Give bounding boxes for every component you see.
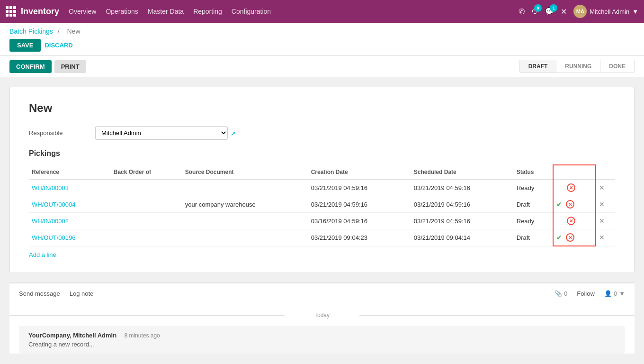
form-title: New [29, 101, 615, 115]
save-discard-bar: SAVE DISCARD [9, 39, 635, 55]
phone-icon[interactable]: ✆ [519, 7, 525, 16]
table-row: WH/IN/0000303/21/2019 04:59:1603/21/2019… [29, 180, 615, 196]
status-pill-running[interactable]: RUNNING [556, 60, 600, 73]
person-icon: 👤 [604, 290, 612, 297]
remove-circle-icon[interactable]: ✕ [567, 217, 575, 225]
status-pill-done[interactable]: DONE [600, 60, 635, 73]
col-status: Status [514, 165, 554, 180]
chat-icon[interactable]: 💬 1 [545, 7, 554, 16]
reference-link[interactable]: WH/IN/00003 [32, 184, 69, 191]
col-actions [553, 165, 595, 180]
creationdate-cell: 03/21/2019 04:59:16 [308, 196, 411, 213]
table-row: WH/OUT/0019603/21/2019 09:04:2303/21/201… [29, 229, 615, 246]
chatter-bar: Send message Log note 📎 0 Follow 👤 0 ▼ [9, 283, 635, 304]
remove-circle-icon[interactable]: ✕ [566, 233, 574, 242]
action-cell: ✕ [553, 213, 595, 229]
delete-icon[interactable]: ✕ [599, 217, 605, 225]
remove-circle-icon[interactable]: ✕ [567, 183, 575, 192]
activity-icon[interactable]: ⏱ 9 [531, 7, 538, 16]
form-card: New Responsible Mitchell Admin ➚ Picking… [9, 87, 635, 273]
responsible-field: Responsible Mitchell Admin ➚ [29, 126, 615, 140]
follow-button[interactable]: Follow [577, 290, 595, 297]
status-pill-draft[interactable]: DRAFT [519, 60, 556, 73]
creationdate-cell: 03/21/2019 04:59:16 [308, 180, 411, 196]
today-divider: Today [9, 312, 635, 318]
delete-icon[interactable]: ✕ [599, 200, 605, 208]
paperclip-icon: 📎 [555, 290, 562, 297]
col-scheduleddate: Scheduled Date [411, 165, 514, 180]
chatter-right: 📎 0 Follow 👤 0 ▼ [555, 290, 625, 297]
top-menu: Overview Operations Master Data Reportin… [69, 8, 509, 15]
save-button[interactable]: SAVE [9, 39, 41, 52]
breadcrumb: Batch Pickings / New [9, 27, 635, 35]
menu-operations[interactable]: Operations [106, 8, 138, 15]
scheduleddate-cell: 03/21/2019 04:59:16 [411, 213, 514, 229]
sourcedoc-cell: your company warehouse [182, 196, 308, 213]
action-cell: ✔✕ [553, 196, 595, 213]
reference-link[interactable]: WH/OUT/00004 [32, 201, 75, 208]
log-note-btn[interactable]: Log note [70, 290, 94, 297]
pickings-body: WH/IN/0000303/21/2019 04:59:1603/21/2019… [29, 180, 615, 246]
print-button[interactable]: PRINT [54, 60, 86, 73]
message-time: · 8 minutes ago [121, 332, 160, 339]
check-icon: ✔ [556, 234, 562, 241]
message-body: Creating a new record... [28, 341, 616, 348]
status-cell: Draft [514, 229, 554, 246]
close-icon[interactable]: ✕ [561, 7, 567, 16]
responsible-wrapper: Mitchell Admin ➚ [95, 126, 236, 140]
attachments-count: 📎 0 [555, 290, 567, 297]
menu-master-data[interactable]: Master Data [148, 8, 184, 15]
delete-cell: ✕ [596, 180, 615, 196]
col-creationdate: Creation Date [308, 165, 411, 180]
action-cell: ✕ [553, 180, 595, 196]
delete-icon[interactable]: ✕ [599, 234, 605, 241]
creationdate-cell: 03/21/2019 09:04:23 [308, 229, 411, 246]
external-link-icon[interactable]: ➚ [231, 129, 236, 137]
discard-button[interactable]: DISCARD [45, 42, 72, 49]
sourcedoc-cell [182, 213, 308, 229]
user-menu[interactable]: MA Mitchell Admin ▼ [573, 5, 638, 18]
delete-icon[interactable]: ✕ [599, 184, 605, 191]
pickings-table: Reference Back Order of Source Document … [29, 164, 615, 246]
followers-count: 👤 0 ▼ [604, 290, 625, 297]
delete-cell: ✕ [596, 213, 615, 229]
creationdate-cell: 03/16/2019 04:59:16 [308, 213, 411, 229]
action-cell: ✔✕ [553, 229, 595, 246]
divider [19, 304, 625, 304]
menu-overview[interactable]: Overview [69, 8, 96, 15]
backorder-cell [111, 196, 182, 213]
breadcrumb-parent[interactable]: Batch Pickings [9, 27, 53, 35]
main-content: New Responsible Mitchell Admin ➚ Picking… [0, 77, 644, 364]
responsible-select[interactable]: Mitchell Admin [95, 126, 228, 140]
col-sourcedoc: Source Document [182, 165, 308, 180]
col-delete [596, 165, 615, 180]
check-icon: ✔ [556, 200, 562, 208]
app-logo[interactable]: Inventory [6, 6, 59, 17]
table-header: Reference Back Order of Source Document … [29, 165, 615, 180]
message-author: YourCompany, Mitchell Admin [28, 332, 116, 339]
sourcedoc-cell [182, 229, 308, 246]
reference-link[interactable]: WH/OUT/00196 [32, 234, 75, 241]
menu-configuration[interactable]: Configuration [232, 8, 271, 15]
remove-circle-icon[interactable]: ✕ [566, 200, 574, 209]
topnav-right: ✆ ⏱ 9 💬 1 ✕ MA Mitchell Admin ▼ [519, 5, 638, 18]
message-item: YourCompany, Mitchell Admin · 8 minutes … [19, 326, 625, 354]
top-navigation: Inventory Overview Operations Master Dat… [0, 0, 644, 23]
menu-reporting[interactable]: Reporting [193, 8, 222, 15]
col-backorder: Back Order of [111, 165, 182, 180]
delete-cell: ✕ [596, 196, 615, 213]
scheduleddate-cell: 03/21/2019 09:04:14 [411, 229, 514, 246]
reference-link[interactable]: WH/IN/00002 [32, 218, 69, 225]
table-row: WH/OUT/00004your company warehouse03/21/… [29, 196, 615, 213]
sourcedoc-cell [182, 180, 308, 196]
backorder-cell [111, 180, 182, 196]
send-message-btn[interactable]: Send message [19, 290, 60, 297]
scheduleddate-cell: 03/21/2019 04:59:16 [411, 180, 514, 196]
scheduleddate-cell: 03/21/2019 04:59:16 [411, 196, 514, 213]
add-line-button[interactable]: Add a line [29, 251, 56, 258]
grid-icon[interactable] [6, 6, 16, 17]
confirm-button[interactable]: CONFIRM [9, 60, 52, 73]
status-cell: Ready [514, 180, 554, 196]
pickings-section-title: Pickings [29, 149, 615, 158]
avatar: MA [573, 5, 587, 18]
